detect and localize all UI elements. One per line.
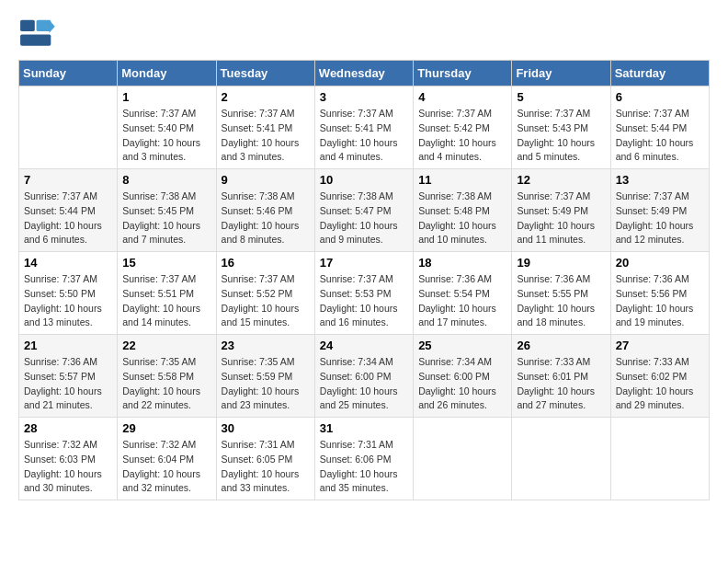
day-info: Sunrise: 7:37 AMSunset: 5:42 PMDaylight:… — [418, 107, 506, 165]
calendar-cell: 21Sunrise: 7:36 AMSunset: 5:57 PMDayligh… — [19, 335, 118, 418]
calendar-cell: 7Sunrise: 7:37 AMSunset: 5:44 PMDaylight… — [19, 169, 118, 252]
day-number: 30 — [222, 421, 310, 435]
day-info: Sunrise: 7:38 AMSunset: 5:45 PMDaylight:… — [122, 190, 210, 247]
logo — [18, 18, 59, 51]
svg-rect-2 — [20, 35, 51, 46]
day-info: Sunrise: 7:37 AMSunset: 5:53 PMDaylight:… — [320, 272, 408, 330]
weekday-header-thursday: Thursday — [414, 61, 512, 86]
calendar-cell: 15Sunrise: 7:37 AMSunset: 5:51 PMDayligh… — [118, 252, 216, 335]
calendar-cell: 20Sunrise: 7:36 AMSunset: 5:56 PMDayligh… — [610, 252, 709, 335]
weekday-header-friday: Friday — [512, 61, 610, 86]
day-info: Sunrise: 7:31 AMSunset: 6:05 PMDaylight:… — [222, 438, 310, 496]
day-info: Sunrise: 7:36 AMSunset: 5:57 PMDaylight:… — [24, 355, 112, 413]
weekday-header-monday: Monday — [118, 61, 216, 86]
day-number: 12 — [517, 173, 605, 187]
day-number: 31 — [320, 421, 408, 435]
calendar-cell: 5Sunrise: 7:37 AMSunset: 5:43 PMDaylight… — [512, 86, 610, 169]
day-number: 26 — [517, 339, 605, 352]
calendar-week-1: 1Sunrise: 7:37 AMSunset: 5:40 PMDaylight… — [19, 86, 710, 169]
day-info: Sunrise: 7:36 AMSunset: 5:55 PMDaylight:… — [517, 272, 605, 330]
svg-marker-3 — [50, 20, 55, 33]
calendar-cell: 30Sunrise: 7:31 AMSunset: 6:05 PMDayligh… — [216, 418, 314, 500]
day-number: 28 — [24, 421, 112, 435]
day-number: 20 — [616, 256, 704, 270]
calendar-cell: 29Sunrise: 7:32 AMSunset: 6:04 PMDayligh… — [118, 418, 216, 500]
day-info: Sunrise: 7:37 AMSunset: 5:52 PMDaylight:… — [222, 272, 310, 330]
calendar-cell: 14Sunrise: 7:37 AMSunset: 5:50 PMDayligh… — [19, 252, 118, 335]
day-number: 5 — [517, 90, 605, 104]
day-info: Sunrise: 7:37 AMSunset: 5:51 PMDaylight:… — [122, 272, 210, 330]
day-info: Sunrise: 7:38 AMSunset: 5:46 PMDaylight:… — [222, 190, 310, 247]
day-number: 14 — [24, 256, 112, 270]
day-info: Sunrise: 7:32 AMSunset: 6:03 PMDaylight:… — [24, 438, 112, 496]
svg-rect-0 — [20, 20, 35, 31]
calendar-cell: 22Sunrise: 7:35 AMSunset: 5:58 PMDayligh… — [118, 335, 216, 418]
calendar-cell: 24Sunrise: 7:34 AMSunset: 6:00 PMDayligh… — [314, 335, 413, 418]
calendar-cell: 4Sunrise: 7:37 AMSunset: 5:42 PMDaylight… — [414, 86, 512, 169]
day-info: Sunrise: 7:37 AMSunset: 5:44 PMDaylight:… — [616, 107, 704, 165]
day-number: 1 — [122, 90, 210, 104]
day-number: 8 — [122, 173, 210, 187]
day-number: 19 — [517, 256, 605, 270]
day-info: Sunrise: 7:37 AMSunset: 5:50 PMDaylight:… — [24, 272, 112, 330]
day-number: 25 — [418, 339, 506, 352]
calendar-cell: 23Sunrise: 7:35 AMSunset: 5:59 PMDayligh… — [216, 335, 314, 418]
calendar-cell: 16Sunrise: 7:37 AMSunset: 5:52 PMDayligh… — [216, 252, 314, 335]
day-info: Sunrise: 7:37 AMSunset: 5:49 PMDaylight:… — [616, 190, 704, 247]
calendar-week-3: 14Sunrise: 7:37 AMSunset: 5:50 PMDayligh… — [19, 252, 710, 335]
weekday-header-sunday: Sunday — [19, 61, 118, 86]
calendar-cell: 6Sunrise: 7:37 AMSunset: 5:44 PMDaylight… — [610, 86, 709, 169]
day-number: 13 — [616, 173, 704, 187]
day-number: 16 — [222, 256, 310, 270]
calendar-table: SundayMondayTuesdayWednesdayThursdayFrid… — [18, 60, 710, 500]
day-info: Sunrise: 7:37 AMSunset: 5:44 PMDaylight:… — [24, 190, 112, 247]
calendar-cell — [610, 418, 709, 500]
svg-rect-1 — [37, 20, 51, 31]
day-number: 29 — [122, 421, 210, 435]
calendar-cell: 26Sunrise: 7:33 AMSunset: 6:01 PMDayligh… — [512, 335, 610, 418]
day-info: Sunrise: 7:37 AMSunset: 5:40 PMDaylight:… — [122, 107, 210, 165]
calendar-cell — [512, 418, 610, 500]
weekday-header-wednesday: Wednesday — [314, 61, 413, 86]
day-number: 17 — [320, 256, 408, 270]
calendar-week-4: 21Sunrise: 7:36 AMSunset: 5:57 PMDayligh… — [19, 335, 710, 418]
calendar-cell: 9Sunrise: 7:38 AMSunset: 5:46 PMDaylight… — [216, 169, 314, 252]
day-info: Sunrise: 7:37 AMSunset: 5:41 PMDaylight:… — [320, 107, 408, 165]
calendar-cell: 13Sunrise: 7:37 AMSunset: 5:49 PMDayligh… — [610, 169, 709, 252]
calendar-cell: 27Sunrise: 7:33 AMSunset: 6:02 PMDayligh… — [610, 335, 709, 418]
day-info: Sunrise: 7:36 AMSunset: 5:54 PMDaylight:… — [418, 272, 506, 330]
calendar-cell — [19, 86, 118, 169]
calendar-cell: 19Sunrise: 7:36 AMSunset: 5:55 PMDayligh… — [512, 252, 610, 335]
calendar-body: 1Sunrise: 7:37 AMSunset: 5:40 PMDaylight… — [19, 86, 710, 500]
day-number: 27 — [616, 339, 704, 352]
day-info: Sunrise: 7:37 AMSunset: 5:41 PMDaylight:… — [222, 107, 310, 165]
day-info: Sunrise: 7:35 AMSunset: 5:59 PMDaylight:… — [222, 355, 310, 413]
calendar-cell: 31Sunrise: 7:31 AMSunset: 6:06 PMDayligh… — [314, 418, 413, 500]
day-info: Sunrise: 7:31 AMSunset: 6:06 PMDaylight:… — [320, 438, 408, 496]
day-number: 11 — [418, 173, 506, 187]
calendar-cell: 18Sunrise: 7:36 AMSunset: 5:54 PMDayligh… — [414, 252, 512, 335]
day-number: 9 — [222, 173, 310, 187]
calendar-week-5: 28Sunrise: 7:32 AMSunset: 6:03 PMDayligh… — [19, 418, 710, 500]
day-info: Sunrise: 7:37 AMSunset: 5:43 PMDaylight:… — [517, 107, 605, 165]
day-number: 6 — [616, 90, 704, 104]
day-number: 21 — [24, 339, 112, 352]
calendar-cell: 10Sunrise: 7:38 AMSunset: 5:47 PMDayligh… — [314, 169, 413, 252]
weekday-header-saturday: Saturday — [610, 61, 709, 86]
day-info: Sunrise: 7:34 AMSunset: 6:00 PMDaylight:… — [320, 355, 408, 413]
calendar-header: SundayMondayTuesdayWednesdayThursdayFrid… — [19, 61, 710, 86]
calendar-cell: 17Sunrise: 7:37 AMSunset: 5:53 PMDayligh… — [314, 252, 413, 335]
header — [18, 18, 710, 51]
day-number: 23 — [222, 339, 310, 352]
day-info: Sunrise: 7:36 AMSunset: 5:56 PMDaylight:… — [616, 272, 704, 330]
weekday-row: SundayMondayTuesdayWednesdayThursdayFrid… — [19, 61, 710, 86]
day-info: Sunrise: 7:38 AMSunset: 5:47 PMDaylight:… — [320, 190, 408, 247]
calendar-cell: 11Sunrise: 7:38 AMSunset: 5:48 PMDayligh… — [414, 169, 512, 252]
day-info: Sunrise: 7:35 AMSunset: 5:58 PMDaylight:… — [122, 355, 210, 413]
day-number: 10 — [320, 173, 408, 187]
day-number: 2 — [222, 90, 310, 104]
day-number: 22 — [122, 339, 210, 352]
day-info: Sunrise: 7:38 AMSunset: 5:48 PMDaylight:… — [418, 190, 506, 247]
day-number: 18 — [418, 256, 506, 270]
day-number: 15 — [122, 256, 210, 270]
